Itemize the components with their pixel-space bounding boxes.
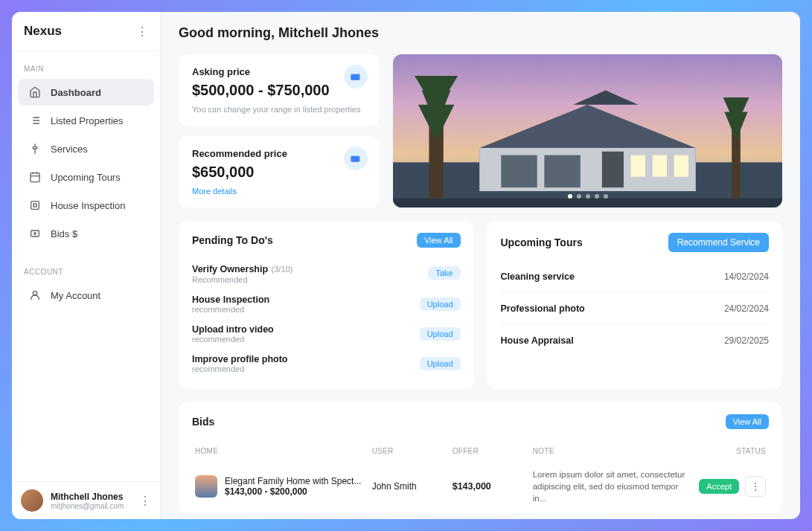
- tours-panel: Upcoming Tours Recommend Service Cleanin…: [487, 221, 783, 389]
- dot[interactable]: [595, 194, 599, 199]
- svg-rect-6: [33, 147, 36, 149]
- home-thumbnail: [195, 475, 217, 498]
- nav-section-account: ACCOUNT My Account: [12, 254, 160, 316]
- nav-item-dashboard[interactable]: Dashboard: [18, 79, 154, 106]
- nav-item-bids[interactable]: Bids $: [18, 220, 154, 247]
- recommend-service-button[interactable]: Recommend Service: [668, 233, 769, 252]
- carousel-dots[interactable]: [568, 194, 608, 199]
- user-icon: [28, 289, 42, 302]
- note-cell: Lorem ipsum dolor sit amet, consectetur …: [533, 469, 694, 504]
- col-note: NOTE: [533, 447, 694, 455]
- nav-label: Bids $: [51, 228, 77, 239]
- tour-date: 24/02/2024: [724, 303, 769, 314]
- tour-date: 14/02/2024: [724, 271, 769, 282]
- col-home: HOME: [195, 447, 372, 455]
- recommended-price-card: Recommended price $650,000 More details: [179, 136, 380, 207]
- todo-action-take[interactable]: Take: [428, 266, 460, 280]
- todos-panel: Pending To Do's View All Verify Ownershi…: [179, 221, 474, 389]
- todo-subtitle: recommended: [192, 335, 420, 344]
- dot[interactable]: [604, 194, 608, 199]
- app-shell: Nexus ⋮ MAIN Dashboard Listed Properties…: [12, 12, 800, 519]
- services-icon: [28, 142, 42, 155]
- nav-item-services[interactable]: Services: [18, 135, 154, 162]
- tour-name: Professional photo: [501, 303, 585, 314]
- list-icon: [28, 114, 42, 127]
- dot[interactable]: [568, 194, 572, 199]
- sidebar-header: Nexus ⋮: [12, 12, 160, 51]
- home-price: $143,000 - $200,000: [225, 486, 361, 497]
- panel-header: Bids View All: [179, 402, 782, 438]
- user-info: Mithchell Jhones mitjhones@gmail.com: [51, 492, 132, 510]
- todo-title: Upload intro video: [192, 324, 420, 335]
- todo-count: (3/10): [272, 265, 293, 274]
- dot[interactable]: [586, 194, 590, 199]
- todo-subtitle: Recommended: [192, 275, 428, 284]
- todo-action-upload[interactable]: Upload: [420, 327, 461, 341]
- nav-item-my-account[interactable]: My Account: [18, 282, 154, 309]
- col-status: STATUS: [694, 447, 766, 455]
- tour-date: 29/02/2025: [724, 335, 769, 346]
- home-title: Elegant Family Home with Spect...: [225, 476, 361, 486]
- svg-rect-28: [631, 155, 645, 177]
- nav-item-upcoming-tours[interactable]: Upcoming Tours: [18, 164, 154, 190]
- status-cell: Accept ⋮: [694, 476, 766, 497]
- todo-item: Improve profile photo recommended Upload: [192, 349, 461, 379]
- sidebar: Nexus ⋮ MAIN Dashboard Listed Properties…: [12, 12, 161, 519]
- todo-subtitle: recommended: [192, 364, 420, 373]
- nav-label: Upcoming Tours: [51, 172, 121, 183]
- svg-rect-12: [33, 204, 36, 207]
- user-cell: John Smith: [372, 481, 453, 492]
- dot[interactable]: [577, 194, 581, 199]
- tour-item[interactable]: House Appraisal 29/02/2025: [501, 325, 770, 356]
- tour-item[interactable]: Cleaning service 14/02/2024: [501, 261, 770, 293]
- svg-rect-25: [501, 155, 537, 188]
- nav-label-account: ACCOUNT: [12, 260, 160, 280]
- nav-label: Services: [51, 144, 88, 155]
- tour-name: Cleaning service: [501, 271, 575, 282]
- bids-panel: Bids View All HOME USER OFFER NOTE STATU…: [179, 402, 782, 513]
- home-cell: Elegant Family Home with Spect... $143,0…: [195, 475, 372, 498]
- view-all-bids-button[interactable]: View All: [726, 414, 769, 429]
- nav-item-house-inspection[interactable]: House Inspection: [18, 192, 154, 219]
- nav-section-main: MAIN Dashboard Listed Properties Service…: [12, 51, 160, 254]
- sidebar-user-footer[interactable]: Mithchell Jhones mitjhones@gmail.com ⋮: [12, 481, 160, 519]
- nav-label: Listed Properties: [51, 115, 124, 126]
- tour-item[interactable]: Professional photo 24/02/2024: [501, 293, 770, 325]
- price-cards: Asking price $500,000 - $750,000 You can…: [179, 54, 380, 207]
- svg-rect-17: [351, 156, 359, 162]
- svg-rect-29: [653, 155, 667, 177]
- tour-name: House Appraisal: [501, 335, 574, 346]
- todo-item: Verify Ownership (3/10) Recommended Take: [192, 257, 461, 289]
- house-illustration: [393, 54, 782, 207]
- money-icon: [28, 227, 42, 240]
- todo-action-upload[interactable]: Upload: [420, 297, 461, 311]
- col-offer: OFFER: [453, 447, 533, 455]
- more-details-link[interactable]: More details: [192, 187, 366, 196]
- svg-rect-30: [674, 155, 688, 177]
- todo-action-upload[interactable]: Upload: [420, 357, 461, 370]
- view-all-todos-button[interactable]: View All: [417, 233, 460, 248]
- col-user: USER: [372, 447, 453, 455]
- nav-item-listed-properties[interactable]: Listed Properties: [18, 107, 154, 134]
- home-icon: [28, 86, 42, 99]
- brand-logo: Nexus: [24, 24, 62, 39]
- nav-label: My Account: [51, 290, 100, 301]
- nav-label: Dashboard: [51, 87, 101, 98]
- card-value: $650,000: [192, 164, 366, 181]
- user-more-icon[interactable]: ⋮: [139, 494, 151, 508]
- sidebar-more-icon[interactable]: ⋮: [136, 25, 148, 39]
- row-more-icon[interactable]: ⋮: [745, 476, 766, 497]
- property-hero-image[interactable]: [393, 54, 782, 207]
- svg-rect-16: [351, 74, 359, 80]
- accept-button[interactable]: Accept: [699, 479, 739, 494]
- svg-point-14: [34, 233, 36, 235]
- svg-rect-27: [602, 152, 624, 187]
- todo-item: House Inspection recommended Upload: [192, 289, 461, 319]
- svg-point-15: [33, 292, 36, 295]
- wallet-icon: [344, 65, 368, 88]
- card-note: You can change your range in listed prop…: [192, 105, 366, 114]
- user-name: Mithchell Jhones: [51, 492, 132, 502]
- calendar-icon: [28, 170, 42, 184]
- svg-rect-20: [393, 199, 782, 207]
- svg-rect-11: [31, 202, 39, 210]
